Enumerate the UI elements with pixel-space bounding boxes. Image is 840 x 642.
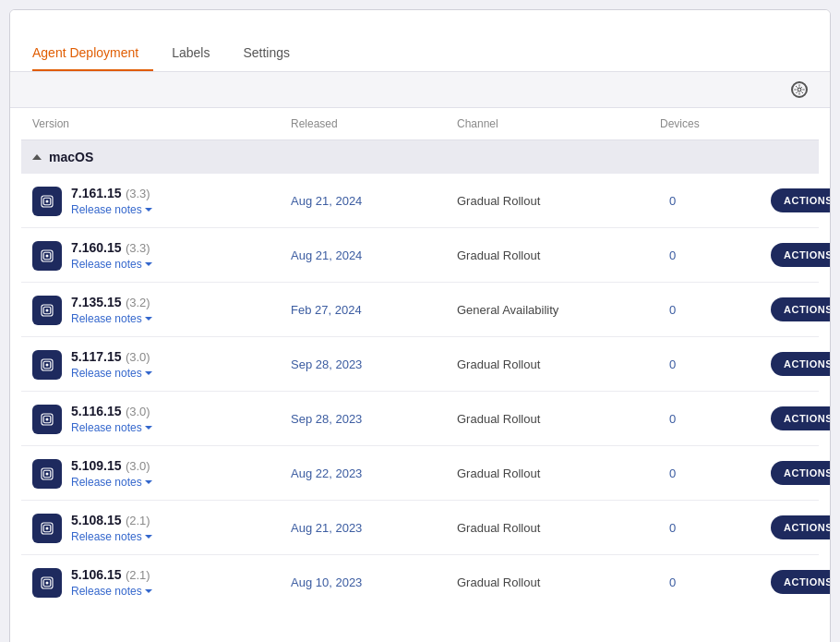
page-header: Agent Deployment Labels Settings <box>10 10 830 71</box>
svg-point-6 <box>46 255 49 258</box>
version-number: 7.135.15 (3.2) <box>71 294 152 310</box>
channel-cell: Gradual Rollout <box>457 194 660 208</box>
version-number: 7.161.15 (3.3) <box>71 185 152 201</box>
channel-cell: Gradual Rollout <box>457 412 660 426</box>
tab-labels[interactable]: Labels <box>172 38 224 71</box>
table-row: 5.117.15 (3.0) Release notes Sep 28, 202… <box>21 337 819 392</box>
agent-icon <box>32 514 62 543</box>
version-info: 7.161.15 (3.3) Release notes <box>71 185 152 216</box>
tabs-bar: Agent Deployment Labels Settings <box>32 38 808 71</box>
actions-button[interactable]: ACTIONS <box>771 515 831 539</box>
version-cell: 5.106.15 (2.1) Release notes <box>32 566 291 598</box>
devices-cell: 0 <box>660 466 771 480</box>
released-cell: Aug 21, 2024 <box>291 248 457 262</box>
actions-cell: ACTIONS <box>771 406 831 430</box>
actions-cell: ACTIONS <box>771 352 831 376</box>
actions-cell: ACTIONS <box>771 243 831 267</box>
table-header: Version Released Channel Devices <box>21 108 819 140</box>
channel-cell: Gradual Rollout <box>457 466 660 480</box>
release-notes-link[interactable]: Release notes <box>71 258 152 271</box>
chevron-down-icon <box>145 480 152 484</box>
actions-button[interactable]: ACTIONS <box>771 243 831 267</box>
version-info: 5.117.15 (3.0) Release notes <box>71 348 152 380</box>
actions-button[interactable]: ACTIONS <box>771 461 831 485</box>
main-container: Agent Deployment Labels Settings Version… <box>9 9 831 642</box>
devices-cell: 0 <box>660 248 771 262</box>
tab-agent-deployment[interactable]: Agent Deployment <box>32 38 153 71</box>
svg-point-12 <box>46 364 49 367</box>
version-info: 5.106.15 (2.1) Release notes <box>71 566 152 598</box>
version-info: 7.135.15 (3.2) Release notes <box>71 294 152 325</box>
agent-icon <box>32 187 62 216</box>
toolbar <box>10 71 830 108</box>
table-wrapper: Version Released Channel Devices macOS <box>10 108 830 609</box>
table-row: 7.160.15 (3.3) Release notes Aug 21, 202… <box>21 228 819 283</box>
col-header-released: Released <box>291 117 457 130</box>
devices-cell: 0 <box>660 357 771 371</box>
version-info: 5.109.15 (3.0) Release notes <box>71 457 152 489</box>
stable-channels-button[interactable] <box>786 81 808 98</box>
chevron-down-icon <box>145 317 152 321</box>
version-number: 5.108.15 (2.1) <box>71 512 152 528</box>
release-notes-link[interactable]: Release notes <box>71 585 152 598</box>
version-cell: 5.108.15 (2.1) Release notes <box>32 512 291 543</box>
section-macos-text: macOS <box>49 150 93 164</box>
version-cell: 5.109.15 (3.0) Release notes <box>32 457 291 489</box>
tab-settings[interactable]: Settings <box>243 38 305 71</box>
release-notes-link[interactable]: Release notes <box>71 203 152 216</box>
chevron-down-icon <box>145 262 152 266</box>
svg-point-15 <box>46 418 49 421</box>
svg-point-21 <box>46 527 49 530</box>
col-header-version: Version <box>32 117 291 130</box>
table-row: 7.135.15 (3.2) Release notes Feb 27, 202… <box>21 283 819 337</box>
table-row: 5.109.15 (3.0) Release notes Aug 22, 202… <box>21 446 819 501</box>
released-cell: Sep 28, 2023 <box>291 357 457 371</box>
svg-point-18 <box>46 473 49 476</box>
chevron-down-icon <box>145 535 152 539</box>
released-cell: Aug 22, 2023 <box>291 466 457 480</box>
actions-button[interactable]: ACTIONS <box>771 297 831 321</box>
gear-icon <box>791 81 808 98</box>
svg-point-9 <box>46 309 49 312</box>
svg-point-3 <box>46 200 49 203</box>
col-header-actions <box>771 117 831 130</box>
actions-button[interactable]: ACTIONS <box>771 352 831 376</box>
version-cell: 5.117.15 (3.0) Release notes <box>32 348 291 380</box>
channel-cell: Gradual Rollout <box>457 575 660 589</box>
agent-icon <box>32 568 62 598</box>
table-row: 5.116.15 (3.0) Release notes Sep 28, 202… <box>21 392 819 446</box>
released-cell: Sep 28, 2023 <box>291 412 457 426</box>
rows-container: 7.161.15 (3.3) Release notes Aug 21, 202… <box>21 174 819 609</box>
section-label-macos: macOS <box>32 150 831 164</box>
svg-point-24 <box>46 582 49 585</box>
section-macos: macOS <box>21 140 819 174</box>
actions-cell: ACTIONS <box>771 570 831 594</box>
version-number: 5.106.15 (2.1) <box>71 566 152 583</box>
release-notes-link[interactable]: Release notes <box>71 530 152 543</box>
channel-cell: Gradual Rollout <box>457 521 660 535</box>
agent-icon <box>32 350 62 380</box>
release-notes-link[interactable]: Release notes <box>71 421 152 434</box>
version-number: 5.109.15 (3.0) <box>71 457 152 474</box>
release-notes-link[interactable]: Release notes <box>71 312 152 325</box>
version-number: 5.116.15 (3.0) <box>71 403 152 419</box>
actions-cell: ACTIONS <box>771 188 831 212</box>
version-cell: 7.160.15 (3.3) Release notes <box>32 239 291 271</box>
devices-cell: 0 <box>660 194 771 208</box>
devices-cell: 0 <box>660 412 771 426</box>
chevron-up-icon[interactable] <box>32 154 42 160</box>
chevron-down-icon <box>145 208 152 212</box>
agent-icon <box>32 241 62 271</box>
table-row: 5.106.15 (2.1) Release notes Aug 10, 202… <box>21 555 819 609</box>
release-notes-link[interactable]: Release notes <box>71 476 152 489</box>
agent-icon <box>32 296 62 325</box>
actions-cell: ACTIONS <box>771 461 831 485</box>
release-notes-link[interactable]: Release notes <box>71 367 152 380</box>
actions-button[interactable]: ACTIONS <box>771 406 831 430</box>
actions-button[interactable]: ACTIONS <box>771 570 831 594</box>
actions-button[interactable]: ACTIONS <box>771 188 831 212</box>
version-info: 5.116.15 (3.0) Release notes <box>71 403 152 434</box>
channel-cell: Gradual Rollout <box>457 357 660 371</box>
channel-cell: General Availability <box>457 303 660 317</box>
chevron-down-icon <box>145 426 152 430</box>
